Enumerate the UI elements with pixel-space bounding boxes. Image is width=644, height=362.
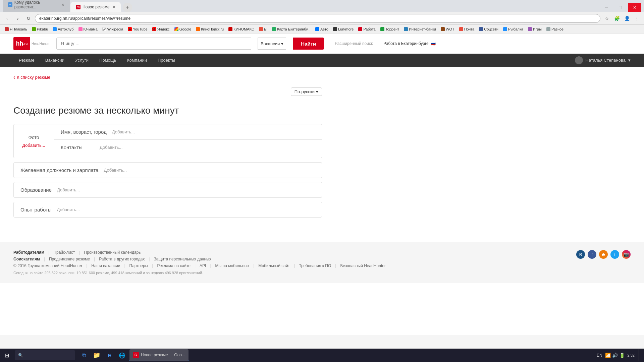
- bookmark-kinomaks-favicon: [228, 27, 232, 31]
- bookmark-google[interactable]: Google: [172, 26, 193, 32]
- desired-position-add-link[interactable]: Добавить...: [104, 168, 126, 173]
- bookmark-rybalka[interactable]: Рыбалка: [501, 26, 525, 32]
- bookmark-rabota-label: Работа: [363, 27, 375, 31]
- nav-resumes[interactable]: Резюме: [13, 54, 40, 67]
- social-odnoklassniki-icon[interactable]: ☻: [599, 250, 608, 259]
- bookmark-igry[interactable]: Игры: [526, 26, 544, 32]
- contacts-row: Контакты Добавить...: [54, 140, 322, 155]
- bookmark-yaplakat-favicon: [5, 27, 9, 31]
- education-section: Образование Добавить...: [13, 182, 322, 198]
- footer-ads-link[interactable]: Реклама на сайте: [157, 263, 191, 268]
- social-facebook-icon[interactable]: f: [588, 250, 596, 259]
- address-bar[interactable]: [35, 14, 600, 23]
- tab2-close[interactable]: ✕: [112, 5, 115, 9]
- bookmark-yandex[interactable]: Я Яндекс: [150, 26, 172, 32]
- social-instagram-icon[interactable]: 📷: [622, 250, 631, 259]
- bookmark-yumama-favicon: [78, 27, 83, 31]
- bookmark-raznoe[interactable]: Разное: [544, 26, 566, 32]
- fb-letter: f: [591, 252, 593, 257]
- bookmark-avtoclub[interactable]: Автоклуб: [51, 26, 75, 32]
- bookmark-torrent[interactable]: Торрент: [378, 26, 401, 32]
- bookmark-avtoclub-label: Автоклуб: [58, 27, 73, 31]
- footer-pricelist-link[interactable]: Прайс-лист: [53, 250, 75, 255]
- search-button[interactable]: Найти: [293, 38, 324, 50]
- bookmark-avito[interactable]: Авто: [313, 26, 330, 32]
- breadcrumb[interactable]: К списку резюме: [13, 74, 322, 81]
- back-button[interactable]: ‹: [3, 14, 11, 23]
- footer-mobilesite-link[interactable]: Мобильный сайт: [258, 263, 290, 268]
- social-vkontakte-icon[interactable]: B: [576, 250, 585, 259]
- advanced-search-link[interactable]: Расширенный поиск: [331, 41, 377, 46]
- bookmark-lurkmore[interactable]: Lurkmore: [331, 26, 356, 32]
- bookmark-wikipedia-favicon: W: [102, 27, 106, 31]
- browser-tab-2[interactable]: hh Новое резюме ✕: [70, 2, 121, 12]
- bookmark-yaplakat[interactable]: ЯПлакаль: [3, 26, 29, 32]
- bookmark-karta[interactable]: Карта Екатеринбу...: [270, 26, 313, 32]
- close-button[interactable]: ✕: [628, 3, 641, 12]
- bookmark-raznoe-label: Разное: [551, 27, 564, 31]
- footer-calendar-link[interactable]: Производственный календарь: [84, 250, 141, 255]
- new-tab-button[interactable]: +: [123, 3, 132, 12]
- page-content: hh .ru HeadHunter Вакансии ▾ Найти Расши…: [0, 34, 644, 335]
- bookmark-kinopoisk[interactable]: КиноПоиск.ru: [194, 26, 226, 32]
- footer-privacy-link[interactable]: Защита персональных данных: [154, 257, 211, 261]
- bookmark-google-label: Google: [179, 27, 191, 31]
- footer-top: Работодателям | Прайс-лист | Производств…: [13, 250, 631, 275]
- bookmark-wot-favicon: [441, 27, 445, 31]
- bookmark-wikipedia[interactable]: W Wikipedia: [100, 26, 125, 32]
- tab1-close[interactable]: ✕: [61, 3, 64, 7]
- search-category-label: Вакансии: [261, 41, 280, 46]
- footer-security-link[interactable]: Безопасный HeadHunter: [340, 263, 386, 268]
- photo-add-link[interactable]: Добавить...: [22, 143, 45, 148]
- inst-letter: 📷: [624, 252, 629, 257]
- footer-partners-link[interactable]: Партнеры: [129, 263, 148, 268]
- extensions-button[interactable]: 🧩: [612, 14, 621, 23]
- contacts-add-link[interactable]: Добавить...: [100, 145, 122, 150]
- bookmark-rabota[interactable]: Работа: [356, 26, 377, 32]
- search-category-dropdown[interactable]: Вакансии ▾: [258, 38, 286, 50]
- user-menu[interactable]: Наталья Степанова ▾: [575, 56, 631, 64]
- maximize-button[interactable]: ☐: [614, 3, 627, 12]
- footer-promo-link[interactable]: Продвижение резюме: [49, 257, 90, 261]
- name-add-link[interactable]: Добавить...: [112, 129, 135, 134]
- nav-projects[interactable]: Проекты: [152, 54, 180, 67]
- menu-button[interactable]: ⋮: [633, 14, 641, 23]
- site-footer: Работодателям | Прайс-лист | Производств…: [0, 242, 644, 283]
- language-chevron-icon: ▾: [316, 89, 318, 94]
- bookmark-socseti[interactable]: Соцсети: [477, 26, 500, 32]
- footer-othercities-link[interactable]: Работа в других городах: [99, 257, 145, 261]
- footer-api-link[interactable]: API: [200, 263, 206, 268]
- bookmark-e[interactable]: E!: [257, 26, 269, 32]
- browser-tab-1[interactable]: M Кому удалось разместит... ✕: [3, 0, 70, 12]
- social-twitter-icon[interactable]: t: [610, 250, 619, 259]
- site-nav: Резюме Вакансии Услуги Помощь Компании П…: [0, 54, 644, 67]
- bookmark-kinomaks[interactable]: КИНОМАКС: [226, 26, 256, 32]
- bookmark-pikabu[interactable]: Pikabu: [30, 26, 50, 32]
- bookmark-yumama[interactable]: Ю-мама: [76, 26, 100, 32]
- experience-add-link[interactable]: Добавить...: [57, 207, 80, 212]
- bookmark-pochta[interactable]: Почта: [457, 26, 477, 32]
- bookmark-wot[interactable]: WOT: [439, 26, 457, 32]
- footer-requirements-link[interactable]: Требования к ПО: [299, 263, 331, 268]
- language-selector[interactable]: По-русски ▾: [291, 87, 322, 96]
- bookmark-star[interactable]: ☆: [602, 14, 611, 23]
- nav-services[interactable]: Услуги: [70, 54, 94, 67]
- forward-button[interactable]: ›: [13, 14, 22, 23]
- nav-vacancies[interactable]: Вакансии: [40, 54, 70, 67]
- location-text: Работа в Екатеринбурге: [383, 41, 429, 46]
- footer-ourvacancies-link[interactable]: Наши вакансии: [91, 263, 120, 268]
- bookmark-ibanki[interactable]: Интернет-банки: [402, 26, 438, 32]
- site-logo[interactable]: hh .ru HeadHunter: [13, 37, 50, 50]
- browser-controls: ‹ › ↻ ☆ 🧩 👤 ⋮: [0, 12, 644, 25]
- bookmark-karta-favicon: [272, 27, 276, 31]
- tab2-label: Новое резюме: [83, 5, 110, 9]
- refresh-button[interactable]: ↻: [24, 14, 33, 23]
- minimize-button[interactable]: ─: [600, 3, 613, 12]
- nav-companies[interactable]: Компании: [121, 54, 152, 67]
- nav-help[interactable]: Помощь: [94, 54, 121, 67]
- footer-mobile-link[interactable]: Мы на мобильных: [215, 263, 250, 268]
- search-input[interactable]: [56, 38, 251, 50]
- education-add-link[interactable]: Добавить...: [57, 187, 80, 192]
- bookmark-youtube[interactable]: ▶ YouTube: [126, 26, 149, 32]
- account-button[interactable]: 👤: [623, 14, 631, 23]
